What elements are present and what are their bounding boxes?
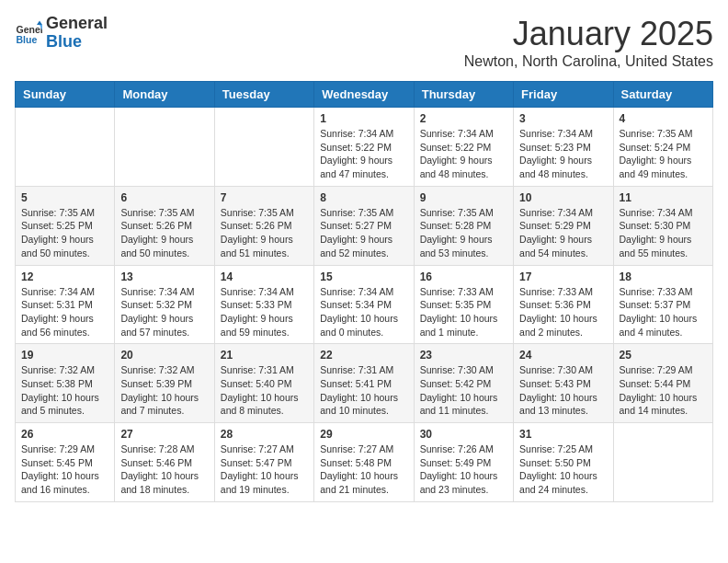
- svg-marker-2: [37, 20, 42, 25]
- svg-text:Blue: Blue: [17, 33, 38, 44]
- calendar-cell: 20Sunrise: 7:32 AM Sunset: 5:39 PM Dayli…: [115, 344, 214, 423]
- calendar-cell: 5Sunrise: 7:35 AM Sunset: 5:25 PM Daylig…: [16, 186, 115, 265]
- day-number: 21: [221, 349, 308, 362]
- day-detail: Sunrise: 7:35 AM Sunset: 5:28 PM Dayligh…: [420, 206, 507, 260]
- day-detail: Sunrise: 7:30 AM Sunset: 5:43 PM Dayligh…: [519, 363, 607, 418]
- day-number: 12: [21, 270, 108, 283]
- day-number: 22: [320, 349, 407, 362]
- calendar-cell: 30Sunrise: 7:26 AM Sunset: 5:49 PM Dayli…: [414, 423, 513, 502]
- day-number: 23: [420, 349, 507, 362]
- day-number: 18: [620, 270, 707, 283]
- day-number: 6: [120, 191, 208, 204]
- day-number: 11: [620, 191, 707, 204]
- week-row-2: 5Sunrise: 7:35 AM Sunset: 5:25 PM Daylig…: [16, 186, 713, 265]
- day-number: 1: [320, 112, 407, 125]
- day-number: 25: [620, 349, 707, 362]
- day-detail: Sunrise: 7:26 AM Sunset: 5:49 PM Dayligh…: [420, 442, 507, 497]
- week-row-3: 12Sunrise: 7:34 AM Sunset: 5:31 PM Dayli…: [16, 265, 713, 344]
- calendar-cell: [16, 108, 115, 187]
- calendar-cell: 3Sunrise: 7:34 AM Sunset: 5:23 PM Daylig…: [514, 108, 613, 187]
- calendar-cell: 7Sunrise: 7:35 AM Sunset: 5:26 PM Daylig…: [214, 186, 313, 265]
- day-detail: Sunrise: 7:35 AM Sunset: 5:27 PM Dayligh…: [320, 206, 407, 260]
- calendar-cell: 31Sunrise: 7:25 AM Sunset: 5:50 PM Dayli…: [514, 423, 613, 502]
- day-detail: Sunrise: 7:33 AM Sunset: 5:36 PM Dayligh…: [519, 285, 607, 339]
- day-detail: Sunrise: 7:30 AM Sunset: 5:42 PM Dayligh…: [420, 363, 507, 418]
- calendar-cell: 19Sunrise: 7:32 AM Sunset: 5:38 PM Dayli…: [16, 344, 115, 423]
- day-detail: Sunrise: 7:34 AM Sunset: 5:32 PM Dayligh…: [120, 285, 208, 339]
- day-detail: Sunrise: 7:35 AM Sunset: 5:24 PM Dayligh…: [620, 127, 707, 181]
- calendar-cell: 24Sunrise: 7:30 AM Sunset: 5:43 PM Dayli…: [514, 344, 613, 423]
- header: General Blue General Blue January 2025 N…: [15, 15, 713, 70]
- day-detail: Sunrise: 7:34 AM Sunset: 5:22 PM Dayligh…: [420, 127, 507, 181]
- day-detail: Sunrise: 7:34 AM Sunset: 5:34 PM Dayligh…: [320, 285, 407, 339]
- day-detail: Sunrise: 7:34 AM Sunset: 5:30 PM Dayligh…: [620, 206, 707, 260]
- week-row-4: 19Sunrise: 7:32 AM Sunset: 5:38 PM Dayli…: [16, 344, 713, 423]
- calendar-cell: 26Sunrise: 7:29 AM Sunset: 5:45 PM Dayli…: [16, 423, 115, 502]
- logo-general-text: General: [46, 15, 108, 33]
- weekday-header-saturday: Saturday: [613, 82, 712, 108]
- calendar-cell: 28Sunrise: 7:27 AM Sunset: 5:47 PM Dayli…: [214, 423, 313, 502]
- day-number: 8: [320, 191, 407, 204]
- calendar-cell: 29Sunrise: 7:27 AM Sunset: 5:48 PM Dayli…: [314, 423, 414, 502]
- day-detail: Sunrise: 7:35 AM Sunset: 5:25 PM Dayligh…: [21, 206, 108, 260]
- calendar-cell: 13Sunrise: 7:34 AM Sunset: 5:32 PM Dayli…: [115, 265, 214, 344]
- day-number: 3: [519, 112, 607, 125]
- day-detail: Sunrise: 7:34 AM Sunset: 5:33 PM Dayligh…: [221, 285, 308, 339]
- day-detail: Sunrise: 7:27 AM Sunset: 5:47 PM Dayligh…: [221, 442, 308, 497]
- calendar-cell: 25Sunrise: 7:29 AM Sunset: 5:44 PM Dayli…: [613, 344, 712, 423]
- day-detail: Sunrise: 7:34 AM Sunset: 5:23 PM Dayligh…: [519, 127, 607, 181]
- day-detail: Sunrise: 7:28 AM Sunset: 5:46 PM Dayligh…: [120, 442, 208, 497]
- logo-icon: General Blue: [15, 19, 42, 47]
- day-number: 19: [21, 349, 108, 362]
- calendar-cell: [214, 108, 313, 187]
- day-number: 31: [519, 428, 607, 441]
- day-number: 24: [519, 349, 607, 362]
- calendar-cell: 18Sunrise: 7:33 AM Sunset: 5:37 PM Dayli…: [613, 265, 712, 344]
- day-detail: Sunrise: 7:33 AM Sunset: 5:37 PM Dayligh…: [620, 285, 707, 339]
- calendar-cell: 8Sunrise: 7:35 AM Sunset: 5:27 PM Daylig…: [314, 186, 414, 265]
- weekday-header-monday: Monday: [115, 82, 214, 108]
- day-detail: Sunrise: 7:34 AM Sunset: 5:29 PM Dayligh…: [519, 206, 607, 260]
- day-number: 26: [21, 428, 108, 441]
- day-detail: Sunrise: 7:35 AM Sunset: 5:26 PM Dayligh…: [120, 206, 208, 260]
- day-detail: Sunrise: 7:29 AM Sunset: 5:44 PM Dayligh…: [620, 363, 707, 418]
- calendar-cell: 11Sunrise: 7:34 AM Sunset: 5:30 PM Dayli…: [613, 186, 712, 265]
- day-number: 13: [120, 270, 208, 283]
- calendar-cell: 6Sunrise: 7:35 AM Sunset: 5:26 PM Daylig…: [115, 186, 214, 265]
- calendar-cell: [115, 108, 214, 187]
- calendar-cell: 10Sunrise: 7:34 AM Sunset: 5:29 PM Dayli…: [514, 186, 613, 265]
- calendar-cell: 23Sunrise: 7:30 AM Sunset: 5:42 PM Dayli…: [414, 344, 513, 423]
- calendar-cell: 1Sunrise: 7:34 AM Sunset: 5:22 PM Daylig…: [314, 108, 414, 187]
- day-detail: Sunrise: 7:34 AM Sunset: 5:31 PM Dayligh…: [21, 285, 108, 339]
- week-row-5: 26Sunrise: 7:29 AM Sunset: 5:45 PM Dayli…: [16, 423, 713, 502]
- day-number: 7: [221, 191, 308, 204]
- day-detail: Sunrise: 7:29 AM Sunset: 5:45 PM Dayligh…: [21, 442, 108, 497]
- day-number: 29: [320, 428, 407, 441]
- day-detail: Sunrise: 7:32 AM Sunset: 5:39 PM Dayligh…: [120, 363, 208, 418]
- day-number: 30: [420, 428, 507, 441]
- calendar-cell: 2Sunrise: 7:34 AM Sunset: 5:22 PM Daylig…: [414, 108, 513, 187]
- day-detail: Sunrise: 7:25 AM Sunset: 5:50 PM Dayligh…: [519, 442, 607, 497]
- day-detail: Sunrise: 7:31 AM Sunset: 5:40 PM Dayligh…: [221, 363, 308, 418]
- logo: General Blue General Blue: [15, 15, 108, 52]
- day-detail: Sunrise: 7:32 AM Sunset: 5:38 PM Dayligh…: [21, 363, 108, 418]
- day-detail: Sunrise: 7:27 AM Sunset: 5:48 PM Dayligh…: [320, 442, 407, 497]
- calendar-cell: [613, 423, 712, 502]
- weekday-header-wednesday: Wednesday: [314, 82, 414, 108]
- calendar-cell: 4Sunrise: 7:35 AM Sunset: 5:24 PM Daylig…: [613, 108, 712, 187]
- day-number: 20: [120, 349, 208, 362]
- day-detail: Sunrise: 7:33 AM Sunset: 5:35 PM Dayligh…: [420, 285, 507, 339]
- day-number: 4: [620, 112, 707, 125]
- day-number: 14: [221, 270, 308, 283]
- month-title: January 2025: [464, 15, 713, 53]
- day-number: 9: [420, 191, 507, 204]
- day-detail: Sunrise: 7:35 AM Sunset: 5:26 PM Dayligh…: [221, 206, 308, 260]
- weekday-header-tuesday: Tuesday: [214, 82, 313, 108]
- calendar-cell: 27Sunrise: 7:28 AM Sunset: 5:46 PM Dayli…: [115, 423, 214, 502]
- weekday-header-friday: Friday: [514, 82, 613, 108]
- day-number: 10: [519, 191, 607, 204]
- weekday-header-thursday: Thursday: [414, 82, 513, 108]
- title-area: January 2025 Newton, North Carolina, Uni…: [464, 15, 713, 70]
- day-detail: Sunrise: 7:34 AM Sunset: 5:22 PM Dayligh…: [320, 127, 407, 181]
- calendar-cell: 15Sunrise: 7:34 AM Sunset: 5:34 PM Dayli…: [314, 265, 414, 344]
